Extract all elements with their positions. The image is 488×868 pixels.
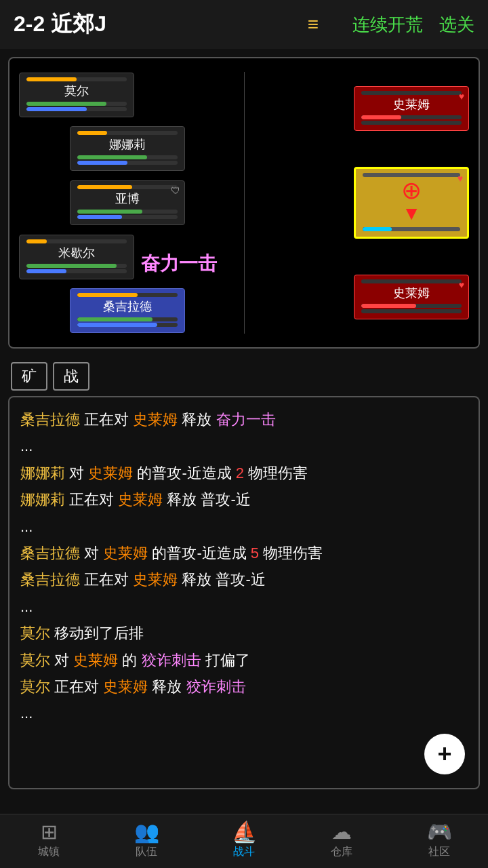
- nav-label-warehouse: 仓库: [331, 845, 352, 859]
- enemy-card-3[interactable]: 史莱姆 ♥: [354, 275, 469, 319]
- enemy-name-3: 史莱姆: [361, 285, 462, 301]
- char-card-sangjilade[interactable]: 桑吉拉德: [70, 288, 185, 333]
- battle-divider: [244, 72, 245, 334]
- log-line-3: 娜娜莉 对 史莱姆 的普攻-近造成 2 物理伤害: [20, 460, 468, 486]
- enemy-name-1: 史莱姆: [361, 96, 462, 113]
- log-line-9: 莫尔 移动到了后排: [20, 620, 468, 646]
- nav-label-town: 城镇: [38, 845, 60, 859]
- nav-label-team: 队伍: [136, 845, 157, 859]
- char-name-yabo: 亚博: [77, 191, 178, 207]
- log-ellipsis-2: ...: [20, 514, 468, 539]
- team-right: 史莱姆 ♥ ⊕ ▼ ♥ 史莱姆 ♥: [250, 65, 472, 340]
- char-card-yabo[interactable]: 亚博 🛡: [70, 180, 185, 225]
- shield-icon: 🛡: [171, 185, 180, 196]
- nav-town[interactable]: ⊞ 城镇: [0, 820, 98, 865]
- log-skill-1: 奋力一击: [216, 411, 276, 428]
- log-line-7: 桑吉拉德 正在对 史莱姆 释放 普攻-近: [20, 567, 468, 592]
- char-card-migeeer[interactable]: 米歇尔: [19, 235, 134, 279]
- nav-battle[interactable]: ⛵ 战斗: [195, 820, 293, 865]
- log-line-1: 桑吉拉德 正在对 史莱姆 释放 奋力一击: [20, 407, 468, 432]
- battle-log: 桑吉拉德 正在对 史莱姆 释放 奋力一击 ... 娜娜莉 对 史莱姆 的普攻-近…: [8, 396, 480, 789]
- plus-button[interactable]: +: [424, 734, 465, 774]
- char-name-migeeer: 米歇尔: [26, 245, 127, 261]
- tab-mine[interactable]: 矿: [11, 362, 47, 391]
- tabs-row: 矿 战: [0, 357, 488, 396]
- crosshair-icon: ⊕: [363, 178, 460, 203]
- nav-warehouse[interactable]: ☁ 仓库: [293, 820, 390, 865]
- tab-battle[interactable]: 战: [53, 362, 89, 391]
- community-icon: 🎮: [427, 820, 452, 844]
- log-line-6: 桑吉拉德 对 史莱姆 的普攻-近造成 5 物理伤害: [20, 540, 468, 566]
- nav-team[interactable]: 👥 队伍: [98, 820, 195, 865]
- char-name-mor: 莫尔: [26, 83, 127, 99]
- team-icon: 👥: [134, 820, 159, 844]
- team-left: 莫尔 娜娜莉 亚博 🛡: [16, 65, 239, 340]
- char-name-sangjilade: 桑吉拉德: [77, 298, 178, 315]
- log-line-4: 娜娜莉 正在对 史莱姆 释放 普攻-近: [20, 487, 468, 512]
- log-line-11: 莫尔 正在对 史莱姆 释放 狡诈刺击: [20, 674, 468, 699]
- battle-icon: ⛵: [232, 820, 257, 844]
- enemy-heart-icon-2: ♥: [458, 173, 463, 184]
- nav-label-battle: 战斗: [233, 845, 255, 859]
- char-card-nanali[interactable]: 娜娜莉: [70, 126, 185, 171]
- exit-button[interactable]: 选关: [439, 13, 474, 37]
- log-ellipsis-4: ...: [20, 701, 468, 726]
- log-ellipsis-3: ...: [20, 594, 468, 619]
- enemy-heart-icon-1: ♥: [459, 91, 464, 102]
- log-target-1: 史莱姆: [133, 411, 178, 428]
- menu-icon[interactable]: ≡: [308, 14, 319, 35]
- char-name-nanali: 娜娜莉: [77, 136, 178, 153]
- enemy-card-2-targeted[interactable]: ⊕ ▼ ♥: [354, 167, 469, 239]
- nav-community[interactable]: 🎮 社区: [390, 820, 488, 865]
- action-label: 奋力一击: [141, 251, 217, 277]
- bottom-nav: ⊞ 城镇 👥 队伍 ⛵ 战斗 ☁ 仓库 🎮 社区: [0, 814, 488, 868]
- enemy-card-1[interactable]: 史莱姆 ♥: [354, 86, 469, 131]
- auto-battle-button[interactable]: 连续开荒: [352, 13, 423, 37]
- page-title: 2-2 近郊J: [14, 9, 308, 39]
- header: 2-2 近郊J ≡ 连续开荒 选关: [0, 0, 488, 49]
- crosshair-down-icon: ▼: [363, 203, 460, 224]
- nav-label-community: 社区: [428, 845, 450, 859]
- log-ellipsis-1: ...: [20, 433, 468, 458]
- warehouse-icon: ☁: [331, 820, 352, 844]
- enemy-heart-icon-3: ♥: [459, 279, 464, 290]
- char-card-mor[interactable]: 莫尔: [19, 73, 134, 117]
- log-actor-1: 桑吉拉德: [20, 411, 80, 428]
- log-line-10: 莫尔 对 史莱姆 的 狡诈刺击 打偏了: [20, 648, 468, 673]
- town-icon: ⊞: [41, 820, 58, 844]
- battle-area: 莫尔 娜娜莉 亚博 🛡: [8, 57, 480, 349]
